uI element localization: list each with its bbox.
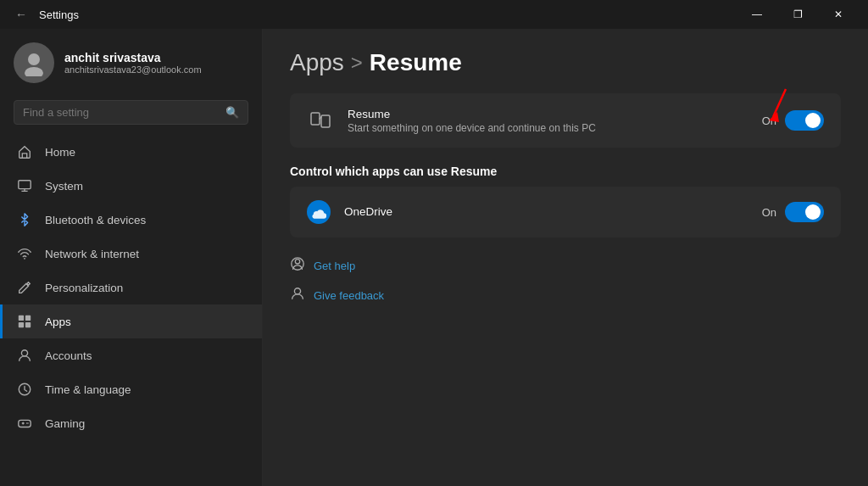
- svg-point-17: [294, 288, 300, 294]
- give-feedback-icon: [290, 286, 305, 305]
- search-box[interactable]: 🔍: [14, 100, 248, 125]
- onedrive-toggle[interactable]: [785, 202, 824, 222]
- give-feedback-row[interactable]: Give feedback: [290, 281, 841, 310]
- sidebar-item-time-label: Time & language: [45, 383, 131, 396]
- svg-point-0: [28, 53, 40, 65]
- svg-rect-7: [25, 322, 31, 327]
- app-list-card: OneDrive On: [290, 187, 841, 237]
- user-profile[interactable]: anchit srivastava anchitsrivastava23@out…: [0, 29, 262, 93]
- onedrive-row: OneDrive On: [290, 187, 841, 237]
- avatar: [14, 42, 54, 83]
- apps-icon: [16, 313, 33, 330]
- section-heading: Control which apps can use Resume: [290, 165, 841, 178]
- onedrive-toggle-label: On: [762, 206, 776, 219]
- sidebar-item-bluetooth[interactable]: Bluetooth & devices: [0, 203, 262, 237]
- resume-card-row: Resume Start something on one device and…: [290, 93, 841, 148]
- sidebar-item-accounts[interactable]: Accounts: [0, 338, 262, 372]
- sidebar-item-time[interactable]: Time & language: [0, 372, 262, 406]
- accounts-icon: [16, 347, 33, 364]
- svg-point-3: [24, 258, 25, 260]
- content-area: Apps > Resume: [263, 29, 868, 486]
- svg-rect-2: [19, 181, 31, 189]
- svg-rect-4: [19, 316, 24, 321]
- window-controls: — ❐ ✕: [737, 1, 858, 28]
- resume-toggle[interactable]: [785, 110, 824, 131]
- bluetooth-icon: [16, 211, 33, 228]
- onedrive-icon: [307, 200, 331, 224]
- sidebar-item-apps[interactable]: Apps: [0, 304, 262, 338]
- breadcrumb: Apps > Resume: [290, 49, 841, 76]
- links-section: Get help Give feedback: [290, 251, 841, 310]
- resume-icon: [307, 107, 334, 134]
- resume-description: Start something on one device and contin…: [348, 122, 748, 134]
- sidebar-item-bluetooth-label: Bluetooth & devices: [45, 214, 146, 226]
- onedrive-name: OneDrive: [344, 205, 748, 218]
- gaming-icon: [16, 415, 33, 432]
- sidebar: anchit srivastava anchitsrivastava23@out…: [0, 29, 263, 486]
- time-icon: [16, 381, 33, 398]
- get-help-row[interactable]: Get help: [290, 251, 841, 281]
- breadcrumb-current: Resume: [370, 49, 462, 76]
- sidebar-item-accounts-label: Accounts: [45, 349, 92, 362]
- sidebar-item-system[interactable]: System: [0, 169, 262, 203]
- svg-rect-5: [25, 316, 31, 321]
- sidebar-item-apps-label: Apps: [45, 316, 71, 328]
- breadcrumb-parent: Apps: [290, 49, 344, 76]
- home-icon: [16, 143, 33, 160]
- minimize-button[interactable]: —: [737, 1, 776, 28]
- close-button[interactable]: ✕: [819, 1, 858, 28]
- sidebar-item-network[interactable]: Network & internet: [0, 237, 262, 271]
- sidebar-item-personalization-label: Personalization: [45, 282, 123, 294]
- search-icon: 🔍: [225, 106, 239, 119]
- sidebar-item-home[interactable]: Home: [0, 135, 262, 169]
- user-email: anchitsrivastava23@outlook.com: [64, 64, 202, 75]
- sidebar-item-network-label: Network & internet: [45, 248, 139, 260]
- app-title: Settings: [39, 8, 79, 21]
- search-container: 🔍: [0, 93, 262, 135]
- sidebar-item-home-label: Home: [45, 146, 75, 159]
- personalization-icon: [16, 279, 33, 296]
- give-feedback-link[interactable]: Give feedback: [314, 289, 384, 302]
- svg-rect-14: [321, 115, 330, 127]
- sidebar-nav: Home System Bluetooth & devices Network …: [0, 135, 262, 440]
- get-help-link[interactable]: Get help: [314, 260, 355, 272]
- resume-card: Resume Start something on one device and…: [290, 93, 841, 148]
- svg-rect-13: [311, 113, 320, 125]
- get-help-icon: [290, 256, 305, 276]
- resume-toggle-label: On: [762, 115, 776, 127]
- breadcrumb-separator: >: [351, 51, 363, 75]
- resume-title: Resume: [348, 108, 748, 120]
- svg-rect-10: [19, 420, 31, 427]
- system-icon: [16, 177, 33, 194]
- svg-point-8: [21, 350, 27, 356]
- network-icon: [16, 245, 33, 262]
- sidebar-item-personalization[interactable]: Personalization: [0, 271, 262, 304]
- svg-point-1: [25, 67, 43, 76]
- sidebar-item-gaming-label: Gaming: [45, 417, 85, 430]
- user-name: anchit srivastava: [64, 51, 202, 64]
- sidebar-item-gaming[interactable]: Gaming: [0, 406, 262, 440]
- sidebar-item-system-label: System: [45, 180, 83, 193]
- maximize-button[interactable]: ❐: [778, 1, 817, 28]
- svg-point-16: [295, 260, 299, 264]
- title-bar: ← Settings — ❐ ✕: [0, 0, 868, 29]
- svg-rect-6: [19, 322, 24, 327]
- back-button[interactable]: ←: [10, 6, 32, 23]
- search-input[interactable]: [23, 106, 219, 119]
